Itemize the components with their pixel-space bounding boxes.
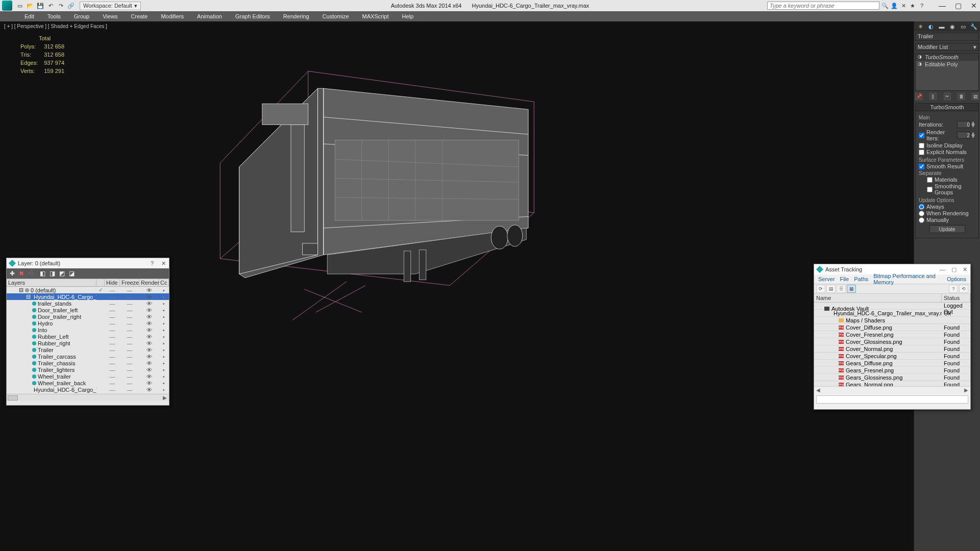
redo-icon[interactable]: ↷	[56, 1, 65, 10]
renderiters-checkbox[interactable]	[919, 133, 924, 138]
add-to-layer-icon[interactable]: ➕	[28, 270, 36, 277]
menu-graph-editors[interactable]: Graph Editors	[229, 12, 276, 20]
menu-customize[interactable]: Customize	[316, 12, 355, 20]
asset-list-icon[interactable]: ☰	[837, 285, 846, 293]
asset-row[interactable]: Autodesk VaultLogged Out	[814, 303, 970, 310]
pin-stack-icon[interactable]: 📌	[915, 93, 922, 100]
make-unique-icon[interactable]: ✂	[944, 93, 951, 100]
asset-menu-paths[interactable]: Paths	[852, 276, 870, 282]
minimize-button[interactable]: —	[939, 2, 946, 10]
delete-layer-icon[interactable]: ✖	[19, 270, 24, 277]
asset-row[interactable]: PNGCover_Diffuse.pngFound	[814, 324, 970, 331]
asset-row[interactable]: Hyundai_HDC-6_Cargo_Trailer_max_vray.max…	[814, 310, 970, 317]
menu-group[interactable]: Group	[68, 12, 96, 20]
menu-create[interactable]: Create	[125, 12, 154, 20]
layer-row[interactable]: Trailer_chassis——👁▪	[7, 360, 169, 366]
asset-row[interactable]: PNGGears_Diffuse.pngFound	[814, 360, 970, 367]
object-name-field[interactable]: Trailer	[915, 33, 979, 41]
menu-animation[interactable]: Animation	[191, 12, 228, 20]
new-layer-icon[interactable]: ✚	[10, 270, 15, 277]
asset-menu-server[interactable]: Server	[816, 276, 837, 282]
update-always-radio[interactable]	[919, 204, 924, 210]
layer-col-render[interactable]: Render	[139, 279, 159, 286]
asset-menu-file[interactable]: File	[838, 276, 851, 282]
layer-dialog-close-button[interactable]: ✕	[161, 260, 166, 267]
explicit-checkbox[interactable]	[919, 149, 924, 155]
asset-col-status[interactable]: Status	[942, 294, 970, 302]
layer-row[interactable]: Trailer——👁▪	[7, 346, 169, 353]
update-rendering-radio[interactable]	[919, 211, 924, 216]
link-icon[interactable]: 🔗	[66, 1, 76, 10]
asset-dialog-close[interactable]: ✕	[963, 266, 967, 273]
asset-menu-options[interactable]: Options	[945, 276, 968, 282]
signin-icon[interactable]: 👤	[891, 2, 898, 9]
asset-row[interactable]: PNGGears_Fresnel.pngFound	[814, 367, 970, 374]
menu-modifiers[interactable]: Modifiers	[155, 12, 190, 20]
menu-help[interactable]: Help	[396, 12, 420, 20]
app-icon[interactable]	[2, 1, 12, 11]
asset-status-icon[interactable]: ⟲	[959, 285, 968, 293]
asset-row[interactable]: PNGGears_Normal.pngFound	[814, 381, 970, 386]
hierarchy-tab-icon[interactable]: ▬	[938, 23, 945, 30]
smooth-result-checkbox[interactable]	[919, 164, 924, 169]
menu-tools[interactable]: Tools	[41, 12, 67, 20]
asset-scrollbar[interactable]: ◀▶	[814, 386, 970, 393]
asset-menu-bitmap[interactable]: Bitmap Performance and Memory	[871, 273, 944, 285]
search-input[interactable]	[767, 2, 879, 10]
rollout-header[interactable]: TurboSmooth	[916, 104, 978, 111]
asset-row[interactable]: Maps / Shaders	[814, 317, 970, 324]
create-tab-icon[interactable]: ✳	[917, 23, 924, 30]
freeze-layer-icon[interactable]: ◪	[69, 270, 75, 277]
layer-row[interactable]: Door_trailer_right——👁▪	[7, 313, 169, 320]
asset-highlight-icon[interactable]: ?	[949, 285, 958, 293]
materials-checkbox[interactable]	[927, 177, 933, 183]
close-button[interactable]: ✕	[971, 2, 977, 10]
layer-row[interactable]: Wheel_trailer_back——👁▪	[7, 380, 169, 386]
asset-col-name[interactable]: Name	[814, 294, 942, 302]
modify-tab-icon[interactable]: ◐	[927, 23, 935, 30]
select-layer-icon[interactable]: ◨	[50, 270, 55, 277]
modifier-stack[interactable]: TurboSmooth Editable Poly	[915, 53, 979, 91]
layer-row[interactable]: Rubber_right——👁▪	[7, 340, 169, 346]
asset-status-bar[interactable]	[816, 395, 968, 404]
asset-row[interactable]: PNGGears_Glossiness.pngFound	[814, 374, 970, 381]
menu-maxscript[interactable]: MAXScript	[356, 12, 395, 20]
save-icon[interactable]: 💾	[36, 1, 45, 10]
smoothing-groups-checkbox[interactable]	[927, 187, 933, 192]
select-objects-icon[interactable]: ◧	[40, 270, 45, 277]
maximize-button[interactable]: ▢	[955, 2, 962, 10]
layer-row[interactable]: Trailer_carcass——👁▪	[7, 353, 169, 360]
asset-dialog-minimize[interactable]: —	[940, 266, 945, 273]
layer-row[interactable]: trailer_stands——👁▪	[7, 300, 169, 307]
modifier-list[interactable]: Modifier List ▾	[915, 43, 979, 51]
asset-refresh-icon[interactable]: ⟳	[816, 285, 825, 293]
layer-row[interactable]: Trailer_lighters——👁▪	[7, 366, 169, 373]
help-icon[interactable]: ?	[918, 2, 925, 9]
search-icon[interactable]: 🔍	[881, 2, 889, 9]
remove-modifier-icon[interactable]: 🗑	[958, 93, 965, 100]
new-icon[interactable]: ▭	[15, 1, 24, 10]
utilities-tab-icon[interactable]: 🔧	[970, 23, 977, 30]
layer-col-hide[interactable]: Hide	[105, 279, 120, 286]
asset-row[interactable]: PNGCover_Fresnel.pngFound	[814, 331, 970, 338]
layer-col-color[interactable]: Cc	[159, 279, 169, 286]
display-tab-icon[interactable]: ▭	[960, 23, 967, 30]
layer-col-layers[interactable]: Layers	[7, 279, 96, 286]
asset-table-icon[interactable]: ▦	[847, 285, 856, 293]
update-button[interactable]: Update	[929, 225, 965, 233]
layer-col-current[interactable]	[96, 279, 105, 286]
asset-dialog-maximize[interactable]: ▢	[951, 266, 957, 273]
exchange-icon[interactable]: ✕	[900, 2, 907, 9]
asset-row[interactable]: PNGCover_Specular.pngFound	[814, 353, 970, 360]
layer-row[interactable]: Rubber_Left——👁▪	[7, 333, 169, 340]
layer-row[interactable]: Hydro——👁▪	[7, 320, 169, 327]
undo-icon[interactable]: ↶	[46, 1, 55, 10]
update-manually-radio[interactable]	[919, 217, 924, 223]
layer-row-selected[interactable]: ⊟ Hyundai_HDC-6_Cargo_Trailer ——👁▪	[7, 293, 169, 300]
menu-edit[interactable]: Edit	[18, 12, 40, 20]
asset-row[interactable]: PNGCover_Glossiness.pngFound	[814, 338, 970, 345]
iterations-input[interactable]	[957, 121, 970, 128]
hide-layer-icon[interactable]: ◩	[59, 270, 65, 277]
layer-scrollbar[interactable]: ▶	[7, 394, 169, 401]
open-icon[interactable]: 📂	[26, 1, 35, 10]
